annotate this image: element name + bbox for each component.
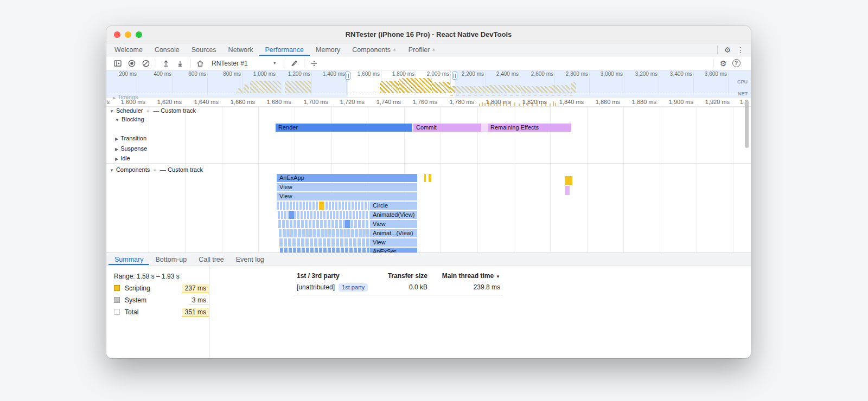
col-party[interactable]: 1st / 3rd party <box>297 272 340 280</box>
flame-chart[interactable]: ▼Scheduler ✳ — Custom track▼Blocking▶Tra… <box>106 107 751 253</box>
tab-welcome[interactable]: Welcome <box>108 43 149 56</box>
target-selector[interactable]: RNTester #1 ▼ <box>207 60 281 67</box>
details-tab-summary[interactable]: Summary <box>108 253 149 265</box>
event-bar-remaining-effects[interactable]: Remaining Effects <box>488 124 571 132</box>
flame-marker-segment[interactable] <box>319 202 324 210</box>
component-microtasks-strip[interactable] <box>279 238 369 247</box>
maximize-button[interactable] <box>136 31 142 38</box>
ruler-tick-label: 1,800 ms <box>474 99 510 105</box>
component-bar-circle[interactable]: Circle <box>370 202 417 210</box>
save-profile-button[interactable] <box>173 57 187 69</box>
ruler-tick-label: 1,780 ms <box>437 99 474 105</box>
expanded-triangle-icon[interactable]: ▼ <box>110 168 114 173</box>
component-bar-view[interactable]: View <box>370 220 417 228</box>
track-label-blocking[interactable]: ▼Blocking <box>115 116 144 122</box>
track-label-components[interactable]: ▼Components ✳ — Custom track <box>110 166 203 173</box>
track-label-idle[interactable]: ▶Idle <box>115 155 130 161</box>
component-bar-anexapp[interactable]: AnExApp <box>277 174 417 182</box>
cpu-activity-block <box>399 78 432 93</box>
overview-tick-label: 1,000 ms <box>239 71 276 77</box>
clear-button[interactable] <box>139 57 153 69</box>
flame-marker-segment[interactable] <box>565 186 570 195</box>
more-menu-kebab-icon[interactable]: ⋮ <box>735 44 746 55</box>
component-bar-animated-view-[interactable]: Animated(View) <box>370 211 417 219</box>
tab-components[interactable]: Components✳ <box>346 43 403 56</box>
chevron-down-icon: ▼ <box>273 61 277 65</box>
col-main-thread-time[interactable]: Main thread time▼ <box>433 272 500 280</box>
details-tab-bottom-up[interactable]: Bottom-up <box>149 253 193 265</box>
react-extension-marker-icon: ✳ <box>153 168 157 173</box>
timeline-overview[interactable]: CPU NET 200 ms400 ms600 ms800 ms1,000 ms… <box>106 70 751 98</box>
component-microtasks-strip[interactable] <box>279 229 369 237</box>
flame-marker-segment[interactable] <box>429 174 431 182</box>
settings-gear-icon[interactable]: ⚙ <box>717 58 729 69</box>
details-tabbar: SummaryBottom-upCall treeEvent log <box>106 253 751 266</box>
tab-network[interactable]: Network <box>222 43 259 56</box>
flame-marker-segment[interactable] <box>289 211 294 219</box>
expanded-triangle-icon[interactable]: ▼ <box>115 118 119 122</box>
track-label-suspense[interactable]: ▶Suspense <box>115 145 147 152</box>
component-bar-view[interactable]: View <box>277 192 417 200</box>
timeline-ruler[interactable]: ▶Timings s 1,600 ms1,620 ms1,640 ms1,660… <box>106 98 751 107</box>
legend-label: Total <box>125 308 138 317</box>
ruler-tick-label: 1,900 ms <box>656 99 693 105</box>
collect-garbage-button[interactable] <box>287 57 301 69</box>
minimize-button[interactable] <box>125 31 131 38</box>
tab-profiler[interactable]: Profiler✳ <box>403 43 442 56</box>
legend-row-scripting: Scripting237 ms <box>114 284 204 293</box>
traffic-lights <box>114 31 142 38</box>
track-separator <box>106 163 751 164</box>
component-bar-view[interactable]: View <box>277 183 417 191</box>
overview-tick-label: 800 ms <box>204 71 241 77</box>
event-bar-gap[interactable] <box>481 124 488 132</box>
details-tab-call-tree[interactable]: Call tree <box>193 253 230 265</box>
ruler-tick-label: 1,920 ms <box>693 99 730 105</box>
record-button[interactable] <box>125 57 139 69</box>
main-thread-time-value: 239.8 ms <box>433 283 500 291</box>
component-microtasks-strip[interactable] <box>278 220 369 228</box>
tab-memory[interactable]: Memory <box>310 43 346 56</box>
collapsed-triangle-icon[interactable]: ▶ <box>115 137 118 141</box>
event-bar-render[interactable]: Render <box>276 124 412 132</box>
separator <box>156 59 156 68</box>
home-button[interactable] <box>193 57 207 69</box>
ruler-tick-label: 1,820 ms <box>510 99 547 105</box>
window-titlebar[interactable]: RNTester (iPhone 16 Pro) - React Native … <box>106 26 751 43</box>
component-microtasks-strip[interactable] <box>280 248 369 253</box>
flame-marker-segment[interactable] <box>345 220 350 228</box>
selection-handle-right[interactable] <box>452 72 457 80</box>
overview-tick-label: 600 ms <box>169 71 206 77</box>
overview-tick-label: 3,000 ms <box>586 71 623 77</box>
window-title: RNTester (iPhone 16 Pro) - React Native … <box>346 30 512 38</box>
tab-console[interactable]: Console <box>149 43 186 56</box>
help-icon[interactable]: ? <box>730 58 742 69</box>
overview-tick-label: 2,000 ms <box>412 71 449 77</box>
collapse-shortcuts-button[interactable] <box>307 57 321 69</box>
track-label-transition[interactable]: ▶Transition <box>115 135 146 141</box>
component-bar-animat-view-[interactable]: Animat...(View) <box>370 229 417 237</box>
flame-marker-segment[interactable] <box>565 176 572 185</box>
collapsed-triangle-icon[interactable]: ▶ <box>115 147 118 152</box>
details-tab-event-log[interactable]: Event log <box>230 253 270 265</box>
vertical-scrollbar[interactable] <box>745 100 749 148</box>
ruler-tick-label: 1,680 ms <box>254 99 291 105</box>
col-transfer-size[interactable]: Transfer size <box>352 272 427 280</box>
legend-row-system: System3 ms <box>114 296 204 305</box>
toggle-sidebar-button[interactable] <box>111 57 125 69</box>
collapsed-triangle-icon[interactable]: ▶ <box>115 157 118 161</box>
event-bar-commit[interactable]: Commit <box>413 124 481 132</box>
legend-label: Scripting <box>125 284 150 293</box>
tab-sources[interactable]: Sources <box>186 43 222 56</box>
sort-desc-icon: ▼ <box>496 274 500 279</box>
close-button[interactable] <box>114 31 120 38</box>
load-profile-button[interactable] <box>159 57 173 69</box>
selection-handle-left[interactable] <box>345 72 350 80</box>
flame-gridline <box>258 107 259 253</box>
component-bar-view[interactable]: View <box>370 238 417 247</box>
flame-marker-segment[interactable] <box>424 174 426 182</box>
tab-performance[interactable]: Performance <box>259 43 310 56</box>
expanded-triangle-icon[interactable]: ▼ <box>110 109 114 114</box>
settings-gear-icon[interactable]: ⚙ <box>722 44 733 55</box>
track-label-scheduler[interactable]: ▼Scheduler ✳ — Custom track <box>110 107 196 114</box>
component-bar-anexset[interactable]: AnExSet <box>370 248 417 253</box>
